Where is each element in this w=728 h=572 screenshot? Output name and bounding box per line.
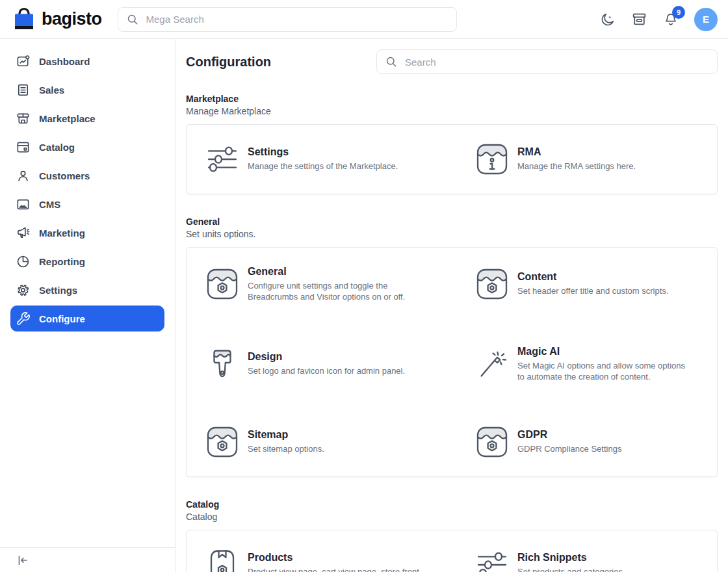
config-item-description: Set Magic AI options and allow some opti… xyxy=(517,361,694,383)
config-item-description: Configure unit settings and toggle the B… xyxy=(248,281,424,303)
config-item-description: Set logo and favicon icon for admin pane… xyxy=(248,366,405,377)
sidebar-item-label: Catalog xyxy=(39,142,75,153)
search-icon xyxy=(126,13,139,26)
section-title: Marketplace xyxy=(186,94,718,104)
gear-box-icon xyxy=(206,426,239,458)
gear-box-icon xyxy=(206,268,239,300)
config-item-title: RMA xyxy=(517,146,636,158)
config-item-rich-snippets[interactable]: Rich Snippets Set products and categorie… xyxy=(476,549,697,572)
notifications-button[interactable]: 9 xyxy=(663,12,679,27)
collapse-arrow-icon xyxy=(16,553,30,567)
configure-icon xyxy=(16,311,31,326)
config-item-title: Rich Snippets xyxy=(517,552,623,564)
sidebar-item-label: Configure xyxy=(39,313,85,324)
sidebar-item-label: CMS xyxy=(39,199,60,210)
brand-name: bagisto xyxy=(42,9,102,29)
section-subtitle: Catalog xyxy=(186,512,718,522)
config-search[interactable] xyxy=(376,49,718,74)
section-card: General Configure unit settings and togg… xyxy=(186,247,718,477)
config-item-rma[interactable]: RMA Manage the RMA settings here. xyxy=(476,143,697,176)
header-actions: 9 E xyxy=(600,8,718,31)
gear-box-icon xyxy=(476,268,508,300)
config-item-description: Manage the settings of the Marketplace. xyxy=(248,161,398,172)
sliders-icon xyxy=(476,549,508,572)
config-item-content[interactable]: Content Set header offer title and custo… xyxy=(476,266,697,303)
sidebar-item-label: Sales xyxy=(39,84,64,96)
info-box-icon xyxy=(476,143,508,176)
config-item-magic-ai[interactable]: Magic AI Set Magic AI options and allow … xyxy=(476,346,697,383)
config-item-description: Set header offer title and custom script… xyxy=(517,286,668,297)
section-card: Products Product view page, cart view pa… xyxy=(186,530,718,572)
cms-icon xyxy=(16,197,31,212)
config-item-description: Set sitemap options. xyxy=(248,444,324,455)
config-item-description: Manage the RMA settings here. xyxy=(517,161,636,172)
visit-store-button[interactable] xyxy=(631,11,647,27)
config-item-gdpr[interactable]: GDPR GDPR Compliance Settings xyxy=(476,426,697,458)
settings-icon xyxy=(16,283,31,298)
brand-logo[interactable]: bagisto xyxy=(13,7,102,32)
config-section-general: General Set units options. General Confi… xyxy=(186,216,718,477)
sidebar-item-marketing[interactable]: Marketing xyxy=(10,220,164,246)
sidebar-nav: Dashboard Sales Marketplace Catalog Cust… xyxy=(0,39,175,334)
config-item-products[interactable]: Products Product view page, cart view pa… xyxy=(206,549,476,572)
collapse-sidebar-button[interactable] xyxy=(16,553,30,567)
config-item-title: GDPR xyxy=(517,429,621,441)
marketplace-icon xyxy=(16,111,31,126)
sidebar-item-label: Dashboard xyxy=(39,56,90,67)
section-subtitle: Manage Marketplace xyxy=(186,106,718,116)
dashboard-icon xyxy=(16,54,31,69)
top-header: bagisto xyxy=(0,0,728,39)
sidebar-item-settings[interactable]: Settings xyxy=(10,277,164,303)
user-avatar[interactable]: E xyxy=(694,8,718,31)
storefront-icon xyxy=(631,11,647,27)
sliders-icon xyxy=(206,143,239,176)
sidebar-item-reporting[interactable]: Reporting xyxy=(10,248,164,274)
section-subtitle: Set units options. xyxy=(186,229,718,239)
customers-icon xyxy=(16,168,31,183)
config-item-title: Settings xyxy=(248,146,398,158)
section-card: Settings Manage the settings of the Mark… xyxy=(186,124,718,194)
config-search-input[interactable] xyxy=(404,56,709,68)
config-item-settings[interactable]: Settings Manage the settings of the Mark… xyxy=(206,143,476,176)
moon-icon xyxy=(600,12,616,27)
sidebar-item-customers[interactable]: Customers xyxy=(10,162,164,188)
mega-search[interactable] xyxy=(118,7,457,32)
config-item-title: General xyxy=(248,266,424,278)
paintbrush-icon xyxy=(206,348,239,380)
sidebar-item-configure[interactable]: Configure xyxy=(10,306,164,332)
catalog-icon xyxy=(16,140,31,155)
sidebar-item-label: Marketplace xyxy=(39,113,96,124)
config-item-general[interactable]: General Configure unit settings and togg… xyxy=(206,266,476,303)
sidebar-item-label: Reporting xyxy=(39,256,85,267)
config-item-description: Set products and categories xyxy=(517,567,623,572)
sidebar-item-catalog[interactable]: Catalog xyxy=(10,134,164,160)
config-item-description: GDPR Compliance Settings xyxy=(517,444,621,455)
page-title: Configuration xyxy=(186,55,271,70)
sidebar-item-sales[interactable]: Sales xyxy=(10,77,164,103)
config-item-sitemap[interactable]: Sitemap Set sitemap options. xyxy=(206,426,476,458)
config-item-title: Sitemap xyxy=(248,429,324,441)
sidebar-item-cms[interactable]: CMS xyxy=(10,191,164,217)
mega-search-input[interactable] xyxy=(145,13,448,25)
config-section-catalog: Catalog Catalog Products Product view pa… xyxy=(186,499,718,572)
search-icon xyxy=(385,55,398,68)
config-item-title: Products xyxy=(248,552,421,564)
sidebar-footer xyxy=(0,547,175,572)
sidebar-item-label: Marketing xyxy=(39,228,85,239)
config-item-title: Design xyxy=(248,351,405,363)
config-item-description: Product view page, cart view page, store… xyxy=(248,567,421,572)
sidebar-item-dashboard[interactable]: Dashboard xyxy=(10,48,164,74)
product-box-icon xyxy=(206,549,239,572)
config-item-title: Content xyxy=(517,271,668,283)
sidebar-item-marketplace[interactable]: Marketplace xyxy=(10,105,164,131)
gear-box-icon xyxy=(476,426,508,458)
marketing-icon xyxy=(16,226,31,240)
sidebar-item-label: Settings xyxy=(39,285,77,296)
dark-mode-toggle[interactable] xyxy=(600,12,616,27)
config-item-design[interactable]: Design Set logo and favicon icon for adm… xyxy=(206,346,476,383)
main-content: Configuration Marketplace Manage Marketp… xyxy=(176,39,728,572)
sales-icon xyxy=(16,83,31,98)
reporting-icon xyxy=(16,254,31,269)
section-title: Catalog xyxy=(186,499,718,510)
config-section-marketplace: Marketplace Manage Marketplace Settings … xyxy=(186,94,718,194)
